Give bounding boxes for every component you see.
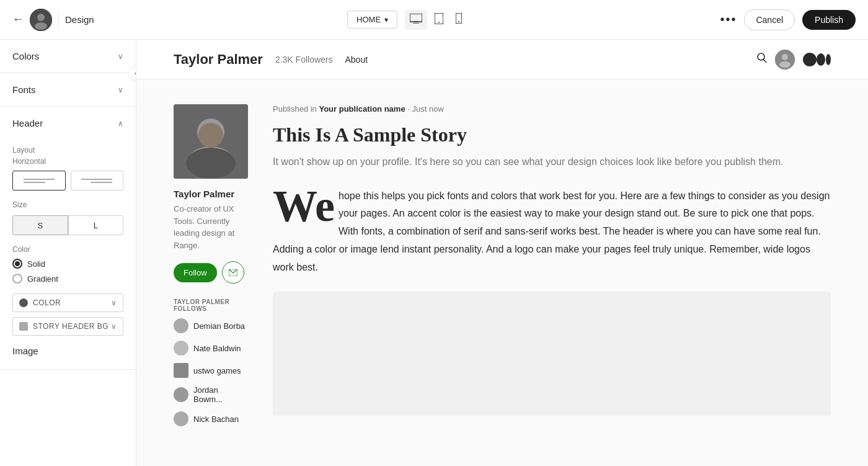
follow-avatar-4 [174,411,188,426]
main-content: Taylor Palmer 2.3K Followers About [136,40,868,466]
color-dot-icon [19,298,28,307]
gradient-radio-label: Gradient [27,274,58,284]
layout-option-1[interactable] [12,171,66,190]
avatar [30,9,52,31]
author-sidebar: Taylor Palmer Co-creator of UX Tools. Cu… [174,104,248,434]
drop-cap: We [273,187,335,225]
story-header-bg-dropdown[interactable]: STORY HEADER BG ∨ [12,317,123,336]
publication-title: Taylor Palmer [174,52,263,68]
layout-sublabel: Horizontal [12,157,123,166]
solid-radio-item[interactable]: Solid [12,259,123,269]
svg-line-11 [764,60,767,63]
gradient-radio-item[interactable]: Gradient [12,274,123,284]
solid-radio-icon [12,259,22,269]
topbar-left: ← Design [12,9,94,31]
article-publication-name: Your publication name [319,104,405,114]
story-header-bg-inner: STORY HEADER BG [19,322,111,331]
follow-button[interactable]: Follow [174,263,217,282]
cancel-button[interactable]: Cancel [744,9,795,30]
color-dropdown-inner: COLOR [19,298,111,307]
pub-actions [756,50,831,69]
story-bg-chevron-icon: ∨ [111,322,117,331]
follow-avatar-3 [174,387,188,402]
header-section-header[interactable]: Header ∧ [0,107,136,140]
story-header-bg-label: STORY HEADER BG [33,322,108,331]
size-large-button[interactable]: L [68,215,124,235]
followers-count: 2.3K Followers [275,55,333,65]
author-photo [174,104,248,179]
article-meta: Published in Your publication name · Jus… [273,104,831,114]
search-icon[interactable] [756,52,768,66]
follow-name-2: ustwo games [193,366,241,375]
mail-button[interactable] [222,261,244,284]
tablet-icon[interactable] [430,9,448,30]
article-meta-prefix: Published in [273,104,317,114]
layout-options [12,171,123,190]
svg-point-23 [186,148,236,179]
follows-section-title: TAYLOR PALMER FOLLOWS [174,298,248,312]
article-subtitle: It won't show up on your profile. It's h… [273,154,831,170]
svg-point-16 [817,53,825,66]
more-options-button[interactable]: ••• [720,12,737,27]
topbar-center: HOME ▾ [347,9,467,30]
color-dropdown-chevron-icon: ∨ [111,298,117,307]
size-label: Size [12,200,123,209]
svg-point-14 [779,61,790,68]
publication-header: Taylor Palmer 2.3K Followers About [136,40,868,79]
topbar-right: ••• Cancel Publish [720,9,856,30]
svg-point-15 [803,53,817,66]
fonts-section-title: Fonts [12,84,36,95]
colors-section-title: Colors [12,51,39,61]
publish-button[interactable]: Publish [802,10,856,30]
chevron-down-icon: ▾ [384,16,388,24]
nav-dropdown[interactable]: HOME ▾ [347,11,397,29]
article-meta-time: · Just now [407,104,444,114]
header-section-title: Header [12,118,43,128]
color-dropdown[interactable]: COLOR ∨ [12,293,123,312]
svg-point-17 [826,54,831,65]
article-body: We hope this helps you pick fonts and co… [273,187,831,277]
medium-logo [802,52,831,68]
list-item: Demian Borba [174,318,248,333]
layout-option-2[interactable] [71,171,124,190]
gradient-radio-icon [12,274,22,284]
colors-section-header[interactable]: Colors ∨ [0,40,136,73]
svg-point-2 [35,22,47,30]
sidebar-section-fonts: Fonts ∨ [0,73,136,107]
fonts-section-header[interactable]: Fonts ∨ [0,73,136,106]
list-item: Nick Bachan [174,411,248,426]
mobile-icon[interactable] [451,9,467,30]
list-item: ustwo games [174,363,248,378]
pub-left: Taylor Palmer 2.3K Followers About [174,52,368,68]
nav-dropdown-label: HOME [356,15,381,24]
content-area: Taylor Palmer Co-creator of UX Tools. Cu… [136,79,868,459]
svg-point-13 [782,54,788,60]
article-body-text: hope this helps you pick fonts and color… [273,190,830,272]
layout-label: Layout [12,146,123,155]
list-item: Nate Baldwin [174,341,248,356]
topbar-title: Design [65,14,94,25]
color-section-label: Color [12,245,123,254]
follow-avatar-1 [174,341,188,356]
sidebar-section-header: Header ∧ Layout Horizontal [0,107,136,370]
story-bg-dot-icon [19,322,28,331]
about-link[interactable]: About [345,55,368,65]
desktop-icon[interactable] [405,10,427,30]
follow-name-1: Nate Baldwin [193,344,241,353]
sidebar: ‹ Colors ∨ Fonts ∨ Header ∧ Layout [0,40,136,466]
size-small-button[interactable]: S [12,215,68,235]
follow-name-4: Nick Bachan [193,414,239,424]
follow-avatar-2 [174,363,188,378]
svg-point-7 [438,22,440,23]
author-bio: Co-creator of UX Tools. Currently leadin… [174,203,248,251]
follow-avatar-0 [174,318,188,333]
back-button[interactable]: ← [12,13,24,26]
author-name: Taylor Palmer [174,189,248,199]
article-image-placeholder [273,292,831,416]
colors-chevron-icon: ∨ [118,52,123,61]
fonts-chevron-icon: ∨ [118,86,123,94]
follows-list: Demian Borba Nate Baldwin ustwo games Jo… [174,318,248,426]
follow-name-0: Demian Borba [193,321,245,331]
svg-rect-3 [410,14,422,22]
color-dropdown-label: COLOR [33,298,61,307]
